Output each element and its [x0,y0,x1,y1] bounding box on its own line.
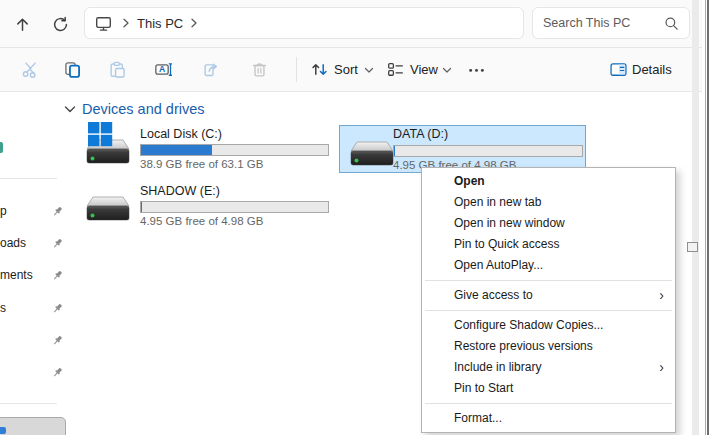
scrollbar-thumb[interactable] [687,242,698,252]
cut-icon[interactable] [22,61,39,78]
rename-icon[interactable]: A [155,61,172,78]
sidebar-separator [0,178,57,179]
menu-item-configure-shadow-copies[interactable]: Configure Shadow Copies... [422,315,675,336]
menu-item-restore-previous-versions[interactable]: Restore previous versions [422,336,675,357]
menu-item-pin-to-start[interactable]: Pin to Start [422,378,675,399]
sort-icon [311,61,328,78]
refresh-icon [52,16,69,33]
drive-size-text: 38.9 GB free of 63.1 GB [140,158,263,171]
toolbar-divider [296,57,297,82]
navigation-bar: This PC Search This PC [0,0,702,48]
drive-size-text: 4.95 GB free of 4.98 GB [140,215,263,228]
delete-icon[interactable] [251,61,268,78]
chevron-down-icon [442,67,452,75]
section-collapse-chevron-icon[interactable] [64,105,76,114]
drive-capacity-fill [141,202,142,212]
chevron-down-icon [364,67,374,75]
drive-capacity-fill [141,145,212,155]
section-header-devices-and-drives[interactable]: Devices and drives [82,101,205,117]
copy-icon[interactable] [64,61,81,78]
breadcrumb-this-pc[interactable]: This PC [137,16,183,31]
menu-item-format[interactable]: Format... [422,408,675,429]
drive-capacity-fill [394,146,395,156]
share-icon[interactable] [203,61,220,78]
drive-name[interactable]: Local Disk (C:) [140,127,222,141]
drive-capacity-bar [140,144,329,156]
submenu-arrow-icon: › [659,357,664,378]
sidebar-item[interactable] [0,360,66,386]
sidebar-icon-sliver [0,142,3,153]
submenu-arrow-icon: › [659,285,664,306]
drive-name[interactable]: SHADOW (E:) [140,184,220,198]
details-label: Details [632,62,672,77]
paste-icon[interactable] [109,61,126,78]
menu-separator [425,280,672,281]
pin-icon [52,206,63,217]
view-icon [387,61,404,78]
sidebar-item-this-pc-selected[interactable] [0,417,66,435]
breadcrumb-chevron-icon[interactable] [189,17,199,29]
drive-capacity-bar [393,145,583,157]
sidebar-item[interactable]: oads [0,231,66,257]
sidebar-item-label: oads [0,236,26,250]
menu-item-include-in-library[interactable]: Include in library› [422,357,675,378]
up-button[interactable] [6,8,38,40]
pin-icon [52,238,63,249]
breadcrumb-chevron-icon [121,17,131,29]
drive-name[interactable]: DATA (D:) [393,127,448,141]
sidebar-item[interactable]: p [0,199,66,225]
search-icon [664,16,679,31]
pin-icon [52,270,63,281]
menu-item-open-in-new-tab[interactable]: Open in new tab [422,192,675,213]
more-options-icon[interactable] [468,64,485,81]
refresh-button[interactable] [44,8,76,40]
search-input[interactable]: Search This PC [532,7,690,39]
details-pane-icon [610,61,627,78]
context-menu: OpenOpen in new tabOpen in new windowPin… [421,167,676,433]
sidebar-item-label: s [0,301,6,315]
menu-separator [425,403,672,404]
svg-text:A: A [159,64,165,74]
search-placeholder: Search This PC [543,16,664,30]
sidebar-item[interactable]: s [0,296,66,322]
command-bar: A Sort [0,48,702,92]
sidebar-item-label: ments [0,268,33,282]
up-arrow-icon [14,16,31,33]
windows-logo-icon [88,122,113,147]
menu-item-give-access-to[interactable]: Give access to› [422,285,675,306]
view-label: View [410,62,438,77]
sidebar-separator [0,403,57,404]
menu-item-open[interactable]: Open [422,171,675,192]
pin-icon [52,367,63,378]
menu-separator [425,310,672,311]
menu-item-pin-to-quick-access[interactable]: Pin to Quick access [422,234,675,255]
drive-capacity-bar [140,201,329,213]
address-bar[interactable]: This PC [84,7,524,39]
drive-icon[interactable] [84,194,132,224]
this-pc-icon [95,15,112,32]
sidebar-item[interactable] [0,328,66,354]
sidebar-item-label: p [0,204,7,218]
window-border [705,0,706,435]
pin-icon [52,303,63,314]
menu-item-open-in-new-window[interactable]: Open in new window [422,213,675,234]
file-explorer-window: This PC Search This PC [0,0,718,435]
scrollbar-track[interactable] [692,0,699,435]
sort-label: Sort [334,62,358,77]
menu-item-open-autoplay[interactable]: Open AutoPlay... [422,255,675,276]
drive-icon[interactable] [348,139,396,169]
sidebar-item[interactable]: ments [0,263,66,289]
this-pc-icon [0,427,6,434]
pin-icon [52,335,63,346]
window-border [707,0,709,435]
